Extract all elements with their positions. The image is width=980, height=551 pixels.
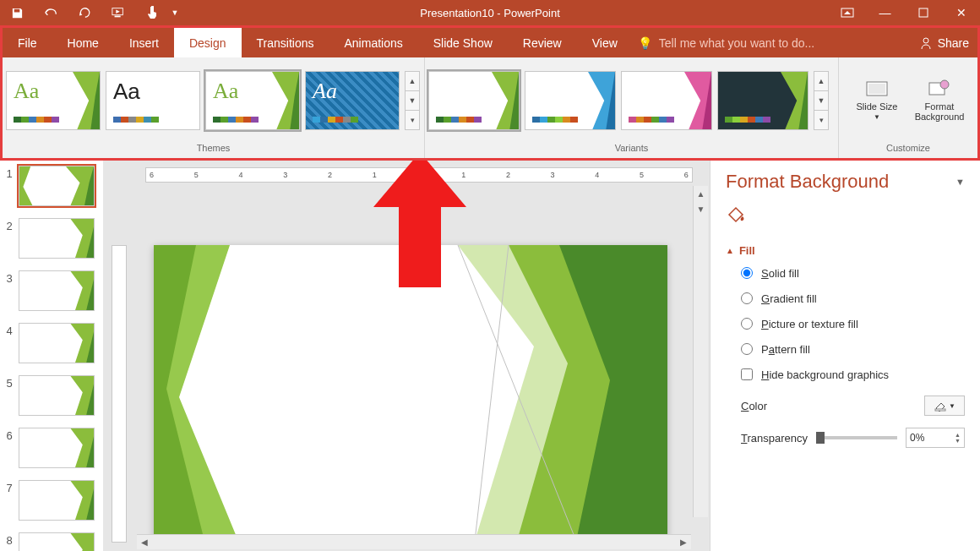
scroll-left-icon[interactable]: ◀ xyxy=(137,535,152,549)
variant-option-2[interactable] xyxy=(525,71,616,130)
qat-dropdown-icon[interactable]: ▼ xyxy=(169,0,181,25)
fill-bucket-icon[interactable] xyxy=(726,203,748,225)
vertical-ruler xyxy=(112,245,127,543)
workspace: 1 2 3 4 5 6 7 8 6543210123456 xyxy=(0,161,980,551)
fill-section-header[interactable]: ▲Fill xyxy=(726,244,965,257)
slide-thumbnail-5[interactable]: 5 xyxy=(0,375,103,424)
theme-option-1[interactable]: Aa xyxy=(6,71,101,130)
ribbon-tabs: File Home Insert Design Transitions Anim… xyxy=(0,25,980,57)
tab-file[interactable]: File xyxy=(3,28,52,57)
hide-bg-graphics-label: Hide background graphics xyxy=(761,368,889,381)
slide-thumbnail-1[interactable]: 1 xyxy=(0,166,103,215)
slide-thumbnail-7[interactable]: 7 xyxy=(0,480,103,529)
variants-group: ▲▼▾ Variants xyxy=(425,57,839,158)
tab-transitions[interactable]: Transitions xyxy=(242,28,329,57)
scroll-more-icon[interactable]: ▾ xyxy=(814,111,828,129)
pattern-fill-label: Pattern fill xyxy=(761,343,810,356)
lightbulb-icon: 💡 xyxy=(638,36,652,50)
picture-fill-radio[interactable] xyxy=(741,318,753,330)
title-bar: ▼ Presentation10 - PowerPoint — ✕ xyxy=(0,0,980,25)
redo-icon[interactable] xyxy=(68,0,101,25)
tell-me-placeholder: Tell me what you want to do... xyxy=(659,36,814,50)
svg-rect-3 xyxy=(919,8,928,17)
slide-editor: 6543210123456 ▲▼ ◀▶ xyxy=(103,161,710,551)
themes-group-label: Themes xyxy=(3,143,424,158)
vertical-scrollbar[interactable]: ▲▼ xyxy=(693,186,708,517)
format-background-button[interactable]: Format Background xyxy=(914,79,965,122)
slide-thumbnail-6[interactable]: 6 xyxy=(0,428,103,477)
theme-option-3-selected[interactable]: Aa xyxy=(205,71,300,130)
color-label: Color xyxy=(741,400,767,412)
maximize-icon[interactable] xyxy=(904,0,942,25)
tab-design[interactable]: Design xyxy=(174,28,242,57)
variant-option-4[interactable] xyxy=(717,71,808,130)
save-icon[interactable] xyxy=(0,0,34,25)
svg-rect-1 xyxy=(115,16,121,18)
scroll-up-icon[interactable]: ▲ xyxy=(814,72,828,91)
tab-slide-show[interactable]: Slide Show xyxy=(418,28,508,57)
slide-thumbnail-2[interactable]: 2 xyxy=(0,218,103,267)
customize-group-label: Customize xyxy=(839,143,977,158)
close-icon[interactable]: ✕ xyxy=(942,0,980,25)
variant-option-3[interactable] xyxy=(621,71,712,130)
pane-title: Format Background xyxy=(726,171,889,193)
svg-marker-21 xyxy=(19,166,32,205)
slide-thumbnail-3[interactable]: 3 xyxy=(0,270,103,319)
tab-insert[interactable]: Insert xyxy=(114,28,174,57)
themes-group: Aa Aa Aa Aa ▲▼▾ Themes xyxy=(3,57,425,158)
transparency-spinner[interactable]: 0%▲▼ xyxy=(906,428,965,448)
slide-thumbnail-8[interactable]: 8 xyxy=(0,532,103,551)
pane-dropdown-icon[interactable]: ▼ xyxy=(956,177,965,187)
pattern-fill-radio[interactable] xyxy=(741,343,753,355)
gradient-fill-radio[interactable] xyxy=(741,292,753,304)
customize-group: Slide Size▼ Format Background Customize xyxy=(839,57,977,158)
hide-bg-graphics-checkbox[interactable] xyxy=(741,368,753,380)
solid-fill-label: Solid fill xyxy=(761,267,799,280)
solid-fill-radio[interactable] xyxy=(741,267,753,279)
svg-point-20 xyxy=(940,80,949,89)
svg-marker-36 xyxy=(71,533,95,551)
scroll-more-icon[interactable]: ▾ xyxy=(406,111,419,129)
scroll-up-icon[interactable]: ▲ xyxy=(406,72,419,91)
scroll-down-icon[interactable]: ▼ xyxy=(814,91,828,111)
quick-access-toolbar: ▼ xyxy=(0,0,181,25)
theme-option-4[interactable]: Aa xyxy=(305,71,400,130)
svg-point-4 xyxy=(923,38,928,43)
slide-thumbnail-panel: 1 2 3 4 5 6 7 8 xyxy=(0,161,103,551)
scroll-down-icon[interactable]: ▼ xyxy=(694,201,708,216)
annotation-arrow-icon xyxy=(373,161,466,287)
transparency-slider[interactable] xyxy=(816,436,897,439)
theme-option-2[interactable]: Aa xyxy=(106,71,200,130)
tab-review[interactable]: Review xyxy=(508,28,577,57)
svg-marker-44 xyxy=(373,161,466,287)
share-button[interactable]: Share xyxy=(911,28,977,57)
color-picker-button[interactable]: ▼ xyxy=(924,396,965,416)
slide-canvas[interactable] xyxy=(154,245,667,541)
window-title: Presentation10 - PowerPoint xyxy=(420,7,559,19)
tell-me-search[interactable]: 💡 Tell me what you want to do... xyxy=(638,28,814,57)
ribbon: Aa Aa Aa Aa ▲▼▾ Themes xyxy=(0,57,980,161)
picture-fill-label: Picture or texture fill xyxy=(761,318,858,330)
horizontal-scrollbar[interactable]: ◀▶ xyxy=(137,534,691,549)
slide-thumbnail-4[interactable]: 4 xyxy=(0,323,103,372)
minimize-icon[interactable]: — xyxy=(866,0,904,25)
themes-gallery-scroll[interactable]: ▲▼▾ xyxy=(405,71,420,130)
gradient-fill-label: Gradient fill xyxy=(761,292,817,305)
scroll-down-icon[interactable]: ▼ xyxy=(406,91,419,111)
svg-rect-45 xyxy=(935,409,945,411)
tab-view[interactable]: View xyxy=(577,28,633,57)
transparency-label: Transparency xyxy=(741,432,808,445)
touch-mode-icon[interactable] xyxy=(135,0,169,25)
variant-option-1[interactable] xyxy=(428,71,520,130)
start-from-beginning-icon[interactable] xyxy=(101,0,135,25)
slide-size-button[interactable]: Slide Size▼ xyxy=(852,79,902,121)
tab-home[interactable]: Home xyxy=(52,28,114,57)
variants-gallery-scroll[interactable]: ▲▼▾ xyxy=(814,71,829,130)
undo-icon[interactable] xyxy=(34,0,68,25)
ribbon-options-icon[interactable] xyxy=(828,0,866,25)
variants-group-label: Variants xyxy=(425,143,838,158)
tab-animations[interactable]: Animations xyxy=(329,28,417,57)
svg-rect-18 xyxy=(868,84,885,94)
scroll-up-icon[interactable]: ▲ xyxy=(694,186,708,201)
scroll-right-icon[interactable]: ▶ xyxy=(676,535,691,549)
